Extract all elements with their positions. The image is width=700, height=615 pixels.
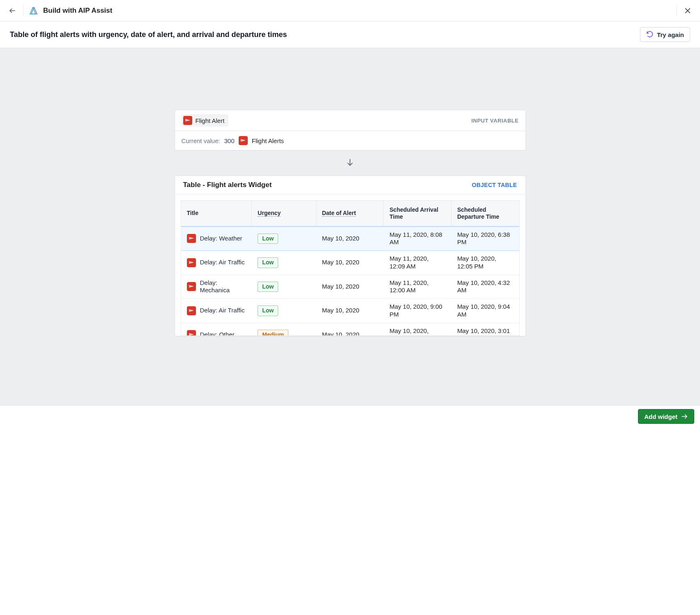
airplane-icon [239, 136, 248, 145]
column-header-title[interactable]: Title [181, 201, 252, 227]
arrow-right-icon [681, 413, 688, 420]
table-row[interactable]: Delay: Other MediumMay 10, 2020May 10, 2… [181, 323, 519, 336]
add-widget-label: Add widget [644, 413, 677, 420]
airplane-icon [187, 234, 196, 243]
row-departure: May 10, 2020, 12:05 PM [451, 251, 519, 275]
table-row[interactable]: Delay: Mechanica LowMay 10, 2020May 11, … [181, 275, 519, 299]
column-header-urgency[interactable]: Urgency [252, 201, 316, 227]
urgency-badge: Low [258, 257, 278, 268]
table-row[interactable]: Delay: Air Traffic LowMay 10, 2020May 11… [181, 251, 519, 275]
prompt-text: Table of flight alerts with urgency, dat… [10, 30, 287, 39]
input-variable-header: Flight Alert INPUT VARIABLE [175, 110, 525, 131]
input-variable-card: Flight Alert INPUT VARIABLE Current valu… [175, 110, 526, 150]
row-title: Delay: Air Traffic [200, 307, 245, 314]
row-arrival: May 10, 2020, 9:00 PM [384, 299, 451, 323]
airplane-icon [187, 330, 196, 336]
try-again-label: Try again [657, 31, 684, 38]
chip-label: Flight Alert [196, 117, 225, 124]
back-button[interactable] [7, 6, 17, 16]
add-widget-button[interactable]: Add widget [638, 409, 694, 424]
row-departure: May 10, 2020, 6:38 PM [451, 227, 519, 251]
object-table-title: Table - Flight alerts Widget [183, 181, 272, 189]
row-date: May 10, 2020 [316, 227, 384, 251]
flight-alerts-table: Title Urgency Date of Alert Scheduled Ar… [181, 200, 520, 336]
topbar-divider [23, 5, 23, 16]
urgency-badge: Low [258, 305, 278, 316]
close-button[interactable] [683, 6, 693, 16]
row-arrival: May 11, 2020, 12:09 AM [384, 251, 451, 275]
urgency-badge: Low [258, 282, 278, 292]
flight-alert-chip[interactable]: Flight Alert [182, 114, 229, 127]
input-variable-meta: INPUT VARIABLE [471, 118, 518, 124]
row-arrival: May 11, 2020, 12:00 AM [384, 275, 451, 299]
row-departure: May 10, 2020, 3:01 AM [451, 323, 519, 336]
row-arrival: May 10, 2020, 11:23 AM [384, 323, 451, 336]
row-departure: May 10, 2020, 9:04 AM [451, 299, 519, 323]
row-date: May 10, 2020 [316, 299, 384, 323]
urgency-badge: Low [258, 234, 278, 244]
footer: Add widget [0, 406, 700, 430]
row-title: Delay: Air Traffic [200, 259, 245, 266]
object-table-card: Table - Flight alerts Widget OBJECT TABL… [175, 176, 526, 336]
current-value-label: Current value: [182, 137, 220, 144]
topbar-title: Build with AIP Assist [43, 7, 112, 15]
airplane-icon [183, 116, 192, 125]
airplane-icon [187, 282, 196, 291]
canvas: Flight Alert INPUT VARIABLE Current valu… [0, 48, 700, 406]
aip-logo-icon [29, 6, 39, 16]
row-title: Delay: Other [200, 331, 235, 336]
column-header-arrival[interactable]: Scheduled Arrival Time [384, 201, 451, 227]
subheader: Table of flight alerts with urgency, dat… [0, 21, 700, 48]
row-title: Delay: Mechanica [200, 279, 246, 295]
table-row[interactable]: Delay: Weather LowMay 10, 2020May 11, 20… [181, 227, 519, 251]
object-table-meta: OBJECT TABLE [472, 182, 517, 188]
airplane-icon [187, 306, 196, 315]
topbar: Build with AIP Assist [0, 0, 700, 21]
row-departure: May 10, 2020, 4:32 AM [451, 275, 519, 299]
column-header-date[interactable]: Date of Alert [316, 201, 384, 227]
input-variable-body: Current value: 300 Flight Alerts [175, 131, 525, 150]
try-again-button[interactable]: Try again [640, 27, 690, 42]
arrow-left-icon [9, 7, 16, 14]
current-value-count: 300 [224, 137, 235, 144]
current-value-name: Flight Alerts [252, 137, 284, 144]
row-arrival: May 11, 2020, 8:08 AM [384, 227, 451, 251]
object-table-header: Table - Flight alerts Widget OBJECT TABL… [175, 176, 525, 194]
row-date: May 10, 2020 [316, 251, 384, 275]
table-row[interactable]: Delay: Air Traffic LowMay 10, 2020May 10… [181, 299, 519, 323]
undo-icon [646, 31, 654, 38]
column-header-departure[interactable]: Scheduled Departure Time [451, 201, 519, 227]
row-date: May 10, 2020 [316, 323, 384, 336]
flow-arrow-icon [345, 158, 355, 168]
airplane-icon [187, 258, 196, 267]
row-title: Delay: Weather [200, 235, 242, 243]
row-date: May 10, 2020 [316, 275, 384, 299]
table-header-row: Title Urgency Date of Alert Scheduled Ar… [181, 201, 519, 227]
topbar-divider [677, 5, 677, 16]
close-icon [684, 7, 691, 14]
urgency-badge: Medium [258, 330, 288, 336]
